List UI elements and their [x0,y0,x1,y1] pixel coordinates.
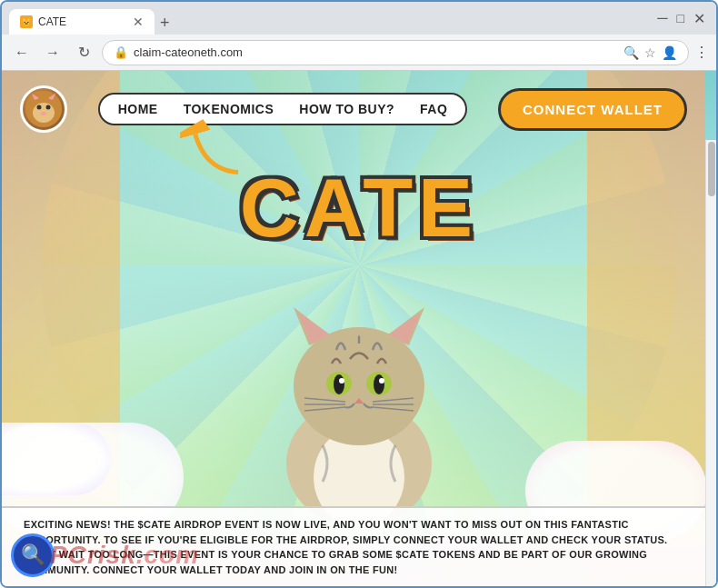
nav-home[interactable]: HOME [118,102,158,116]
hero-title: CATE [240,162,478,255]
site-nav: HOME TOKENOMICS HOW TO BUY? FAQ CONNECT … [2,85,705,133]
nav-how-to-buy[interactable]: HOW TO BUY? [299,102,394,116]
nav-links-container: HOME TOKENOMICS HOW TO BUY? FAQ [98,93,468,125]
cat-illustration [232,245,486,536]
svg-point-4 [41,112,46,115]
browser-menu-buttons: ⋮ [694,44,709,61]
more-options-button[interactable]: ⋮ [694,44,709,61]
back-button[interactable]: ← [9,40,35,65]
site-logo[interactable] [20,85,67,133]
url-text: claim-cateoneth.com [134,45,243,59]
address-bar-icons: 🔍 ☆ 👤 [623,45,677,60]
maximize-button[interactable]: □ [677,11,684,25]
svg-point-12 [294,327,424,445]
minimize-button[interactable]: ─ [657,10,667,26]
bookmark-icon[interactable]: ☆ [644,45,656,60]
svg-point-21 [339,378,344,384]
search-icon[interactable]: 🔍 [623,45,639,60]
nav-tokenomics[interactable]: TOKENOMICS [184,102,274,116]
tab-area: 🐱 CATE ✕ + [9,2,652,35]
tab-title: CATE [38,15,66,28]
svg-point-2 [37,105,42,110]
svg-point-3 [46,105,51,110]
connect-wallet-button[interactable]: CONNECT WALLET [498,88,687,131]
site-background: HOME TOKENOMICS HOW TO BUY? FAQ CONNECT … [2,71,716,586]
cloud-bottom-left-2 [2,423,111,495]
svg-point-20 [374,374,384,394]
address-bar[interactable]: 🔒 claim-cateoneth.com 🔍 ☆ 👤 [102,40,689,65]
browser-controls: ← → ↻ 🔒 claim-cateoneth.com 🔍 ☆ 👤 ⋮ [2,35,716,71]
svg-point-22 [379,378,384,384]
website-content: HOME TOKENOMICS HOW TO BUY? FAQ CONNECT … [2,71,716,586]
svg-point-19 [334,374,344,394]
nav-faq[interactable]: FAQ [420,102,447,116]
profile-icon[interactable]: 👤 [662,45,677,60]
tab-close-button[interactable]: ✕ [133,15,144,29]
info-box: EXCITING NEWS! THE $CATE AIRDROP EVENT I… [2,506,705,586]
info-text: EXCITING NEWS! THE $CATE AIRDROP EVENT I… [24,519,667,575]
forward-button[interactable]: → [40,40,65,65]
scrollbar-thumb[interactable] [708,142,715,196]
new-tab-button[interactable]: + [155,14,175,33]
tab-favicon: 🐱 [20,15,33,28]
browser-frame: 🐱 CATE ✕ + ─ □ ✕ ← → ↻ 🔒 claim-cateoneth… [0,0,718,588]
reload-button[interactable]: ↻ [71,40,96,65]
browser-titlebar: 🐱 CATE ✕ + ─ □ ✕ [2,2,716,35]
scrollbar[interactable] [705,140,716,586]
close-button[interactable]: ✕ [693,10,705,27]
browser-tab[interactable]: 🐱 CATE ✕ [9,9,155,35]
